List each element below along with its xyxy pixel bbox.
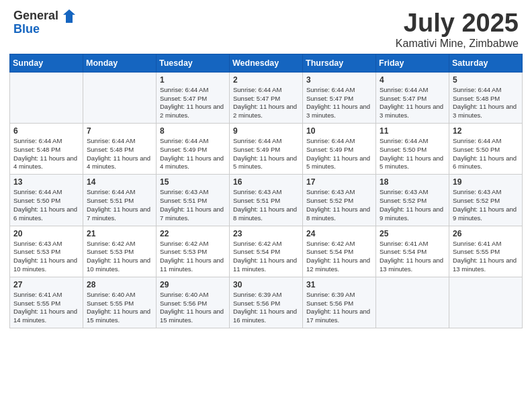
cell-details: Sunrise: 6:42 AM Sunset: 5:53 PM Dayligh… [87,240,152,274]
day-number: 22 [160,229,226,238]
cell-details: Sunrise: 6:41 AM Sunset: 5:55 PM Dayligh… [13,291,79,325]
day-number: 30 [233,280,299,289]
cell-details: Sunrise: 6:44 AM Sunset: 5:50 PM Dayligh… [453,137,519,171]
calendar-cell: 14Sunrise: 6:44 AM Sunset: 5:51 PM Dayli… [83,175,157,226]
day-number: 21 [87,229,152,238]
cell-details: Sunrise: 6:39 AM Sunset: 5:56 PM Dayligh… [306,291,372,325]
calendar-cell: 16Sunrise: 6:43 AM Sunset: 5:51 PM Dayli… [230,175,303,226]
calendar-cell: 10Sunrise: 6:44 AM Sunset: 5:49 PM Dayli… [303,124,376,175]
day-number: 13 [13,177,79,187]
calendar-cell [376,277,449,328]
cell-details: Sunrise: 6:44 AM Sunset: 5:47 PM Dayligh… [233,86,299,120]
calendar-cell: 8Sunrise: 6:44 AM Sunset: 5:49 PM Daylig… [157,124,230,175]
day-number: 23 [233,229,299,238]
svg-marker-0 [63,9,75,23]
day-number: 24 [306,229,372,238]
day-number: 3 [306,75,372,85]
day-number: 31 [306,280,372,289]
week-row-4: 20Sunrise: 6:43 AM Sunset: 5:53 PM Dayli… [10,226,523,277]
weekday-sunday: Sunday [10,54,83,72]
day-number: 7 [87,126,152,136]
day-number: 1 [160,75,226,85]
calendar-cell: 19Sunrise: 6:43 AM Sunset: 5:52 PM Dayli… [449,175,523,226]
page: General Blue July 2025 Kamativi Mine, Zi… [0,0,532,411]
calendar-cell: 13Sunrise: 6:44 AM Sunset: 5:50 PM Dayli… [10,175,83,226]
cell-details: Sunrise: 6:44 AM Sunset: 5:47 PM Dayligh… [306,86,372,120]
day-number: 5 [453,75,519,85]
calendar-cell: 23Sunrise: 6:42 AM Sunset: 5:54 PM Dayli… [230,226,303,277]
calendar-cell: 21Sunrise: 6:42 AM Sunset: 5:53 PM Dayli… [83,226,157,277]
day-number: 4 [380,75,445,85]
weekday-wednesday: Wednesday [230,54,303,72]
calendar-cell [83,72,157,123]
day-number: 18 [380,177,445,187]
day-number: 19 [453,177,519,187]
day-number: 17 [306,177,372,187]
calendar-cell: 3Sunrise: 6:44 AM Sunset: 5:47 PM Daylig… [303,72,376,123]
week-row-2: 6Sunrise: 6:44 AM Sunset: 5:48 PM Daylig… [10,124,523,175]
weekday-thursday: Thursday [303,54,376,72]
cell-details: Sunrise: 6:44 AM Sunset: 5:51 PM Dayligh… [87,188,152,222]
calendar-cell: 12Sunrise: 6:44 AM Sunset: 5:50 PM Dayli… [449,124,523,175]
cell-details: Sunrise: 6:43 AM Sunset: 5:52 PM Dayligh… [453,188,519,222]
cell-details: Sunrise: 6:44 AM Sunset: 5:48 PM Dayligh… [13,137,79,171]
calendar-cell: 30Sunrise: 6:39 AM Sunset: 5:56 PM Dayli… [230,277,303,328]
cell-details: Sunrise: 6:43 AM Sunset: 5:51 PM Dayligh… [233,188,299,222]
calendar-cell: 26Sunrise: 6:41 AM Sunset: 5:55 PM Dayli… [449,226,523,277]
cell-details: Sunrise: 6:43 AM Sunset: 5:51 PM Dayligh… [160,188,226,222]
calendar-cell: 25Sunrise: 6:41 AM Sunset: 5:54 PM Dayli… [376,226,449,277]
weekday-tuesday: Tuesday [157,54,230,72]
day-number: 15 [160,177,226,187]
calendar-cell: 20Sunrise: 6:43 AM Sunset: 5:53 PM Dayli… [10,226,83,277]
cell-details: Sunrise: 6:41 AM Sunset: 5:55 PM Dayligh… [453,240,519,274]
calendar-cell [10,72,83,123]
day-number: 20 [13,229,79,238]
logo-icon [63,9,75,23]
cell-details: Sunrise: 6:42 AM Sunset: 5:53 PM Dayligh… [160,240,226,274]
cell-details: Sunrise: 6:44 AM Sunset: 5:48 PM Dayligh… [453,86,519,120]
day-number: 9 [233,126,299,136]
calendar-cell: 6Sunrise: 6:44 AM Sunset: 5:48 PM Daylig… [10,124,83,175]
weekday-header-row: SundayMondayTuesdayWednesdayThursdayFrid… [10,54,523,72]
calendar-cell: 28Sunrise: 6:40 AM Sunset: 5:55 PM Dayli… [83,277,157,328]
calendar-cell: 4Sunrise: 6:44 AM Sunset: 5:47 PM Daylig… [376,72,449,123]
day-number: 8 [160,126,226,136]
cell-details: Sunrise: 6:44 AM Sunset: 5:47 PM Dayligh… [160,86,226,120]
calendar-cell: 5Sunrise: 6:44 AM Sunset: 5:48 PM Daylig… [449,72,523,123]
weekday-friday: Friday [376,54,449,72]
day-number: 25 [380,229,445,238]
calendar-cell [449,277,523,328]
week-row-1: 1Sunrise: 6:44 AM Sunset: 5:47 PM Daylig… [10,72,523,123]
location-title: Kamativi Mine, Zimbabwe [396,38,519,50]
calendar-cell: 1Sunrise: 6:44 AM Sunset: 5:47 PM Daylig… [157,72,230,123]
calendar-cell: 2Sunrise: 6:44 AM Sunset: 5:47 PM Daylig… [230,72,303,123]
cell-details: Sunrise: 6:42 AM Sunset: 5:54 PM Dayligh… [306,240,372,274]
calendar-table: SundayMondayTuesdayWednesdayThursdayFrid… [9,54,523,328]
day-number: 2 [233,75,299,85]
calendar-cell: 9Sunrise: 6:44 AM Sunset: 5:49 PM Daylig… [230,124,303,175]
weekday-monday: Monday [83,54,157,72]
cell-details: Sunrise: 6:44 AM Sunset: 5:49 PM Dayligh… [160,137,226,171]
header: General Blue July 2025 Kamativi Mine, Zi… [0,0,532,54]
calendar-cell: 17Sunrise: 6:43 AM Sunset: 5:52 PM Dayli… [303,175,376,226]
cell-details: Sunrise: 6:44 AM Sunset: 5:49 PM Dayligh… [306,137,372,171]
calendar-cell: 31Sunrise: 6:39 AM Sunset: 5:56 PM Dayli… [303,277,376,328]
cell-details: Sunrise: 6:44 AM Sunset: 5:50 PM Dayligh… [380,137,445,171]
cell-details: Sunrise: 6:41 AM Sunset: 5:54 PM Dayligh… [380,240,445,274]
month-title: July 2025 [396,9,519,38]
cell-details: Sunrise: 6:44 AM Sunset: 5:50 PM Dayligh… [13,188,79,222]
day-number: 26 [453,229,519,238]
cell-details: Sunrise: 6:40 AM Sunset: 5:56 PM Dayligh… [160,291,226,325]
calendar-cell: 11Sunrise: 6:44 AM Sunset: 5:50 PM Dayli… [376,124,449,175]
calendar-cell: 24Sunrise: 6:42 AM Sunset: 5:54 PM Dayli… [303,226,376,277]
day-number: 14 [87,177,152,187]
day-number: 28 [87,280,152,289]
day-number: 16 [233,177,299,187]
day-number: 12 [453,126,519,136]
cell-details: Sunrise: 6:44 AM Sunset: 5:47 PM Dayligh… [380,86,445,120]
day-number: 6 [13,126,79,136]
cell-details: Sunrise: 6:43 AM Sunset: 5:53 PM Dayligh… [13,240,79,274]
calendar-cell: 15Sunrise: 6:43 AM Sunset: 5:51 PM Dayli… [157,175,230,226]
weekday-saturday: Saturday [449,54,523,72]
calendar: SundayMondayTuesdayWednesdayThursdayFrid… [0,54,532,411]
